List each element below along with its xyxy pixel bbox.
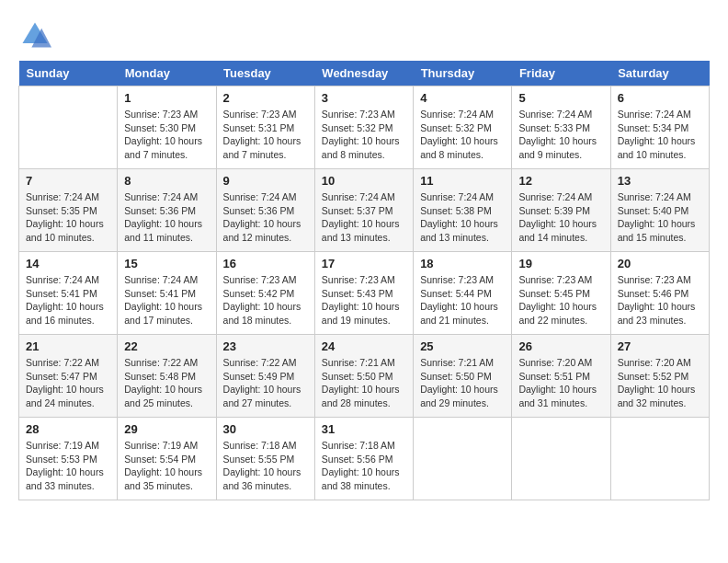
day-info: Sunrise: 7:23 AM Sunset: 5:31 PM Dayligh… — [223, 108, 308, 162]
day-cell-26: 26Sunrise: 7:20 AM Sunset: 5:51 PM Dayli… — [512, 335, 610, 418]
day-number: 21 — [26, 339, 110, 353]
day-cell-23: 23Sunrise: 7:22 AM Sunset: 5:49 PM Dayli… — [216, 335, 314, 418]
weekday-header-sunday: Sunday — [19, 61, 118, 86]
logo — [18, 18, 55, 52]
day-number: 25 — [420, 339, 505, 353]
day-cell-13: 13Sunrise: 7:24 AM Sunset: 5:40 PM Dayli… — [610, 169, 709, 252]
day-cell-17: 17Sunrise: 7:23 AM Sunset: 5:43 PM Dayli… — [314, 252, 413, 335]
weekday-row: SundayMondayTuesdayWednesdayThursdayFrid… — [19, 61, 710, 86]
page-header — [18, 18, 710, 52]
day-number: 16 — [223, 257, 308, 270]
day-info: Sunrise: 7:19 AM Sunset: 5:54 PM Dayligh… — [124, 439, 209, 493]
day-cell-7: 7Sunrise: 7:24 AM Sunset: 5:35 PM Daylig… — [19, 169, 118, 252]
day-cell-10: 10Sunrise: 7:24 AM Sunset: 5:37 PM Dayli… — [314, 169, 413, 252]
day-info: Sunrise: 7:23 AM Sunset: 5:30 PM Dayligh… — [124, 108, 209, 162]
day-number: 30 — [223, 422, 308, 436]
week-row-1: 1Sunrise: 7:23 AM Sunset: 5:30 PM Daylig… — [19, 86, 710, 169]
day-cell-11: 11Sunrise: 7:24 AM Sunset: 5:38 PM Dayli… — [414, 169, 512, 252]
weekday-header-wednesday: Wednesday — [314, 61, 413, 86]
day-info: Sunrise: 7:23 AM Sunset: 5:44 PM Dayligh… — [420, 273, 505, 327]
day-cell-5: 5Sunrise: 7:24 AM Sunset: 5:33 PM Daylig… — [512, 86, 610, 169]
day-cell-25: 25Sunrise: 7:21 AM Sunset: 5:50 PM Dayli… — [414, 335, 512, 418]
day-info: Sunrise: 7:24 AM Sunset: 5:41 PM Dayligh… — [26, 273, 110, 327]
day-number: 22 — [124, 339, 209, 353]
weekday-header-saturday: Saturday — [610, 61, 709, 86]
day-number: 4 — [420, 91, 505, 105]
logo-icon — [18, 18, 51, 52]
day-cell-2: 2Sunrise: 7:23 AM Sunset: 5:31 PM Daylig… — [216, 86, 314, 169]
day-info: Sunrise: 7:24 AM Sunset: 5:35 PM Dayligh… — [26, 190, 110, 245]
empty-cell — [610, 418, 709, 500]
day-number: 14 — [26, 257, 110, 270]
day-info: Sunrise: 7:23 AM Sunset: 5:46 PM Dayligh… — [618, 273, 702, 327]
day-info: Sunrise: 7:22 AM Sunset: 5:48 PM Dayligh… — [124, 356, 209, 410]
day-cell-9: 9Sunrise: 7:24 AM Sunset: 5:36 PM Daylig… — [216, 169, 314, 252]
day-cell-20: 20Sunrise: 7:23 AM Sunset: 5:46 PM Dayli… — [610, 252, 709, 335]
day-info: Sunrise: 7:23 AM Sunset: 5:32 PM Dayligh… — [322, 108, 406, 162]
day-cell-6: 6Sunrise: 7:24 AM Sunset: 5:34 PM Daylig… — [610, 86, 709, 169]
day-number: 7 — [26, 174, 110, 188]
weekday-header-friday: Friday — [512, 61, 610, 86]
day-info: Sunrise: 7:23 AM Sunset: 5:43 PM Dayligh… — [322, 273, 406, 327]
day-cell-15: 15Sunrise: 7:24 AM Sunset: 5:41 PM Dayli… — [118, 252, 216, 335]
day-number: 11 — [420, 174, 505, 188]
day-number: 27 — [618, 339, 702, 353]
day-number: 15 — [124, 257, 209, 270]
day-info: Sunrise: 7:24 AM Sunset: 5:34 PM Dayligh… — [618, 108, 702, 162]
day-cell-30: 30Sunrise: 7:18 AM Sunset: 5:55 PM Dayli… — [216, 418, 314, 500]
day-number: 26 — [518, 339, 603, 353]
day-cell-3: 3Sunrise: 7:23 AM Sunset: 5:32 PM Daylig… — [314, 86, 413, 169]
day-number: 12 — [518, 174, 603, 188]
day-info: Sunrise: 7:24 AM Sunset: 5:39 PM Dayligh… — [518, 190, 603, 245]
week-row-5: 28Sunrise: 7:19 AM Sunset: 5:53 PM Dayli… — [19, 418, 710, 500]
day-number: 13 — [618, 174, 702, 188]
day-info: Sunrise: 7:24 AM Sunset: 5:33 PM Dayligh… — [518, 108, 603, 162]
day-info: Sunrise: 7:23 AM Sunset: 5:45 PM Dayligh… — [518, 273, 603, 327]
day-info: Sunrise: 7:24 AM Sunset: 5:36 PM Dayligh… — [223, 190, 308, 245]
week-row-4: 21Sunrise: 7:22 AM Sunset: 5:47 PM Dayli… — [19, 335, 710, 418]
day-info: Sunrise: 7:24 AM Sunset: 5:36 PM Dayligh… — [124, 190, 209, 245]
day-info: Sunrise: 7:24 AM Sunset: 5:38 PM Dayligh… — [420, 190, 505, 245]
day-info: Sunrise: 7:23 AM Sunset: 5:42 PM Dayligh… — [223, 273, 308, 327]
week-row-3: 14Sunrise: 7:24 AM Sunset: 5:41 PM Dayli… — [19, 252, 710, 335]
weekday-header-tuesday: Tuesday — [216, 61, 314, 86]
day-cell-22: 22Sunrise: 7:22 AM Sunset: 5:48 PM Dayli… — [118, 335, 216, 418]
day-info: Sunrise: 7:18 AM Sunset: 5:56 PM Dayligh… — [322, 439, 406, 493]
calendar-table: SundayMondayTuesdayWednesdayThursdayFrid… — [18, 61, 710, 500]
calendar-body: 1Sunrise: 7:23 AM Sunset: 5:30 PM Daylig… — [19, 86, 710, 500]
weekday-header-thursday: Thursday — [414, 61, 512, 86]
day-number: 1 — [124, 91, 209, 105]
day-number: 31 — [322, 422, 406, 436]
day-info: Sunrise: 7:21 AM Sunset: 5:50 PM Dayligh… — [420, 356, 505, 410]
day-number: 6 — [618, 91, 702, 105]
day-cell-12: 12Sunrise: 7:24 AM Sunset: 5:39 PM Dayli… — [512, 169, 610, 252]
day-info: Sunrise: 7:24 AM Sunset: 5:40 PM Dayligh… — [618, 190, 702, 245]
day-info: Sunrise: 7:24 AM Sunset: 5:41 PM Dayligh… — [124, 273, 209, 327]
day-info: Sunrise: 7:19 AM Sunset: 5:53 PM Dayligh… — [26, 439, 110, 493]
day-cell-19: 19Sunrise: 7:23 AM Sunset: 5:45 PM Dayli… — [512, 252, 610, 335]
weekday-header-monday: Monday — [118, 61, 216, 86]
day-number: 20 — [618, 257, 702, 270]
day-cell-21: 21Sunrise: 7:22 AM Sunset: 5:47 PM Dayli… — [19, 335, 118, 418]
empty-cell — [19, 86, 118, 169]
day-number: 3 — [322, 91, 406, 105]
day-cell-24: 24Sunrise: 7:21 AM Sunset: 5:50 PM Dayli… — [314, 335, 413, 418]
day-number: 24 — [322, 339, 406, 353]
day-number: 23 — [223, 339, 308, 353]
day-cell-8: 8Sunrise: 7:24 AM Sunset: 5:36 PM Daylig… — [118, 169, 216, 252]
day-cell-16: 16Sunrise: 7:23 AM Sunset: 5:42 PM Dayli… — [216, 252, 314, 335]
week-row-2: 7Sunrise: 7:24 AM Sunset: 5:35 PM Daylig… — [19, 169, 710, 252]
empty-cell — [414, 418, 512, 500]
day-info: Sunrise: 7:20 AM Sunset: 5:51 PM Dayligh… — [518, 356, 603, 410]
day-info: Sunrise: 7:21 AM Sunset: 5:50 PM Dayligh… — [322, 356, 406, 410]
day-cell-18: 18Sunrise: 7:23 AM Sunset: 5:44 PM Dayli… — [414, 252, 512, 335]
day-cell-28: 28Sunrise: 7:19 AM Sunset: 5:53 PM Dayli… — [19, 418, 118, 500]
day-cell-29: 29Sunrise: 7:19 AM Sunset: 5:54 PM Dayli… — [118, 418, 216, 500]
day-info: Sunrise: 7:18 AM Sunset: 5:55 PM Dayligh… — [223, 439, 308, 493]
day-number: 19 — [518, 257, 603, 270]
calendar-header: SundayMondayTuesdayWednesdayThursdayFrid… — [19, 61, 710, 86]
day-number: 9 — [223, 174, 308, 188]
day-cell-1: 1Sunrise: 7:23 AM Sunset: 5:30 PM Daylig… — [118, 86, 216, 169]
day-number: 17 — [322, 257, 406, 270]
day-number: 5 — [518, 91, 603, 105]
